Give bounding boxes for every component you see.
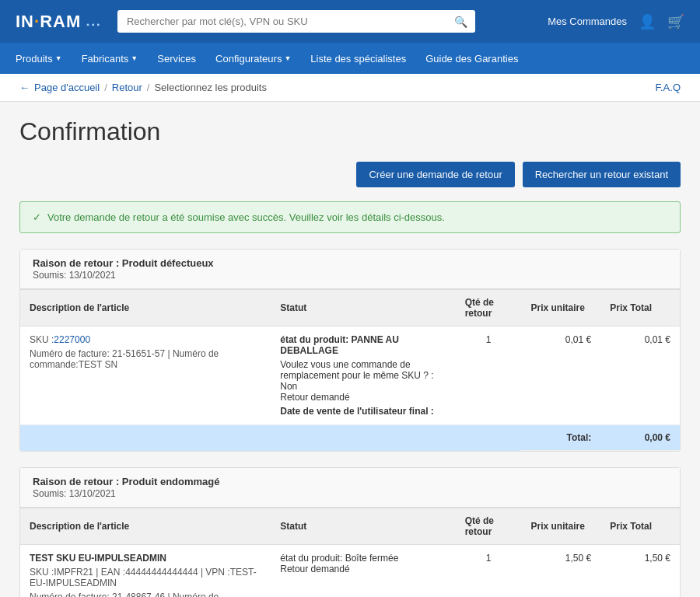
item-1-invoice: Numéro de facture: 21-51651-57 | Numéro … [30, 348, 261, 370]
item-2-total-price: 1,50 € [600, 545, 680, 598]
cart-icon[interactable]: 🛒 [667, 13, 684, 30]
nav-produits[interactable]: Produits [16, 53, 62, 65]
section-2-raison: Raison de retour : Produit endommagé [33, 476, 220, 487]
search-bar: 🔍 [117, 10, 475, 33]
col-header-total: Prix Total [600, 290, 680, 326]
section-1-total-value: 0,00 € [600, 425, 680, 451]
col2-header-desc: Description de l'article [20, 508, 271, 545]
col2-header-total: Prix Total [600, 508, 680, 545]
item-1-sku-link[interactable]: :2227000 [51, 334, 90, 345]
page-title: Confirmation [19, 117, 681, 146]
back-arrow[interactable]: ← [19, 82, 30, 93]
success-text: Votre demande de retour a été soumise av… [47, 211, 445, 223]
item-2-status: état du produit: Boîte fermée Retour dem… [271, 545, 455, 598]
col-header-desc: Description de l'article [20, 290, 271, 326]
item-1-status: état du produit: PANNE AU DEBALLAGE Voul… [271, 326, 455, 425]
breadcrumb: ← Page d'accueil / Retour / Selectionnez… [19, 82, 267, 93]
item-1-status-line1: état du produit: PANNE AU DEBALLAGE [280, 334, 446, 356]
nav-configurateurs[interactable]: Configurateurs [215, 53, 291, 65]
logo: IN·RAM ▪▪▪ [16, 12, 102, 32]
item-2-qty: 1 [456, 545, 522, 598]
col-header-unit: Prix unitaire [521, 290, 600, 326]
search-icon: 🔍 [454, 16, 467, 28]
item-2-invoice: Numéro de facture: 21-48867-46 | Numéro … [30, 592, 261, 597]
nav-fabricants[interactable]: Fabricants [82, 53, 138, 65]
creer-demande-button[interactable]: Créer une demande de retour [356, 162, 514, 187]
item-1-unit-price: 0,01 € [521, 326, 600, 425]
section-1-raison: Raison de retour : Produit défectueux [33, 257, 214, 269]
breadcrumb-bar: ← Page d'accueil / Retour / Selectionnez… [0, 74, 700, 102]
breadcrumb-sep1: / [104, 82, 107, 93]
col-header-qty: Qté de retour [456, 290, 522, 326]
item-1-sku: SKU :2227000 [30, 334, 261, 345]
breadcrumb-sep2: / [147, 82, 150, 93]
item-1-desc: SKU :2227000 Numéro de facture: 21-51651… [20, 326, 271, 425]
actions-row: Créer une demande de retour Rechercher u… [19, 162, 681, 187]
section-2-header: Raison de retour : Produit endommagé Sou… [20, 468, 680, 508]
breadcrumb-current: Selectionnez les produits [154, 82, 267, 93]
search-input[interactable] [117, 10, 475, 33]
section-2: Raison de retour : Produit endommagé Sou… [19, 467, 681, 597]
table-row: TEST SKU EU-IMPULSEADMIN SKU :IMPFR21 | … [20, 545, 680, 598]
section-1-header: Raison de retour : Produit défectueux So… [20, 250, 680, 289]
item-2-status-line2: Retour demandé [280, 564, 446, 574]
faq-link[interactable]: F.A.Q [655, 82, 681, 93]
nav-garanties[interactable]: Guide des Garanties [425, 53, 518, 65]
nav-services[interactable]: Services [157, 53, 196, 65]
col-header-statut: Statut [271, 290, 455, 326]
item-2-name: TEST SKU EU-IMPULSEADMIN [30, 553, 261, 564]
section-2-soumis: Soumis: 13/10/2021 [33, 488, 116, 499]
item-1-status-line4: Date de vente de l'utilisateur final : [280, 406, 446, 417]
success-check-icon: ✓ [33, 211, 41, 223]
breadcrumb-retour[interactable]: Retour [112, 82, 142, 93]
section-1-total-empty [20, 425, 521, 451]
item-1-status-line2: Voulez vous une commande de remplacement… [280, 359, 446, 392]
item-1-qty: 1 [456, 326, 522, 425]
nav-specialists[interactable]: Liste des spécialistes [310, 53, 406, 65]
item-1-total-price: 0,01 € [600, 326, 680, 425]
breadcrumb-home[interactable]: Page d'accueil [34, 82, 100, 93]
header-right: Mes Commandes 👤 🛒 [548, 13, 684, 30]
col2-header-qty: Qté de retour [456, 508, 522, 545]
item-2-status-line1: état du produit: Boîte fermée [280, 553, 446, 564]
item-2-unit-price: 1,50 € [521, 545, 600, 598]
section-1: Raison de retour : Produit défectueux So… [19, 249, 681, 452]
rechercher-retour-button[interactable]: Rechercher un retour existant [523, 162, 681, 187]
nav: Produits Fabricants Services Configurate… [0, 43, 700, 74]
main-content: Confirmation Créer une demande de retour… [0, 102, 700, 597]
header: IN·RAM ▪▪▪ 🔍 Mes Commandes 👤 🛒 [0, 0, 700, 43]
table-row: SKU :2227000 Numéro de facture: 21-51651… [20, 326, 680, 425]
section-1-total-label: Total: [521, 425, 600, 451]
col2-header-statut: Statut [271, 508, 455, 545]
section-1-total-row: Total: 0,00 € [20, 425, 680, 451]
item-2-desc: TEST SKU EU-IMPULSEADMIN SKU :IMPFR21 | … [20, 545, 271, 598]
item-1-status-line3: Retour demandé [280, 392, 446, 403]
section-2-table: Description de l'article Statut Qté de r… [20, 508, 680, 597]
user-icon[interactable]: 👤 [639, 13, 656, 30]
mes-commandes-link[interactable]: Mes Commandes [548, 16, 627, 27]
section-1-table: Description de l'article Statut Qté de r… [20, 289, 680, 451]
item-2-sku: SKU :IMPFR21 | EAN :44444444444444 | VPN… [30, 567, 261, 588]
col2-header-unit: Prix unitaire [521, 508, 600, 545]
success-message: ✓ Votre demande de retour a été soumise … [19, 201, 681, 233]
section-1-soumis: Soumis: 13/10/2021 [33, 270, 116, 281]
